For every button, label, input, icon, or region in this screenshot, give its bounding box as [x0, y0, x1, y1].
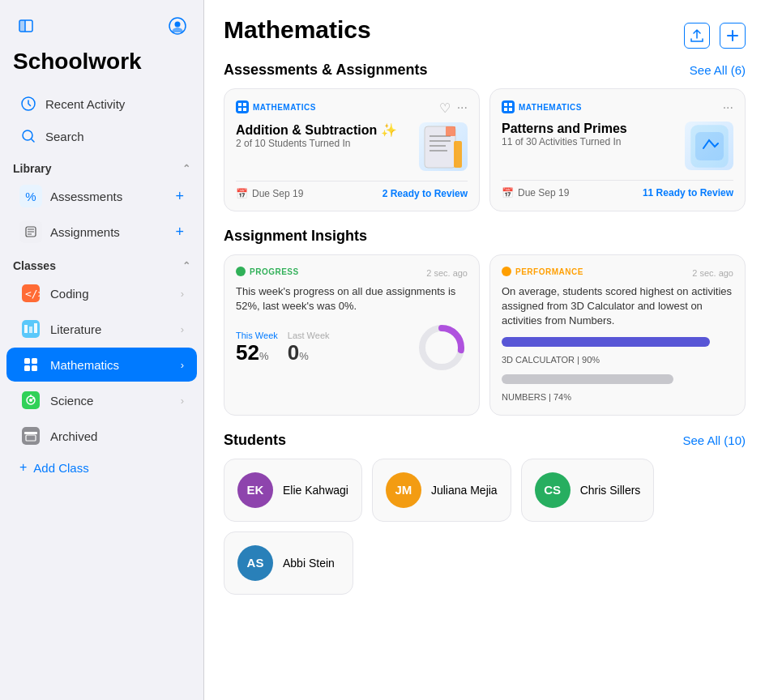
- more-options-icon[interactable]: ···: [457, 100, 468, 116]
- archived-icon: [19, 425, 42, 447]
- svg-rect-27: [22, 427, 40, 445]
- student-name-2: Chris Sillers: [580, 484, 641, 497]
- svg-point-4: [175, 22, 181, 28]
- add-assignment-button[interactable]: +: [175, 224, 184, 241]
- svg-rect-16: [34, 323, 37, 333]
- student-avatar-0: EK: [237, 472, 273, 508]
- sidebar-item-archived[interactable]: Archived: [6, 419, 197, 453]
- svg-rect-20: [24, 365, 30, 371]
- progress-time: 2 sec. ago: [426, 268, 468, 278]
- assessments-section-header-row: Assessments & Assignments See All (6): [224, 62, 746, 79]
- svg-rect-39: [446, 126, 455, 136]
- classes-chevron-icon[interactable]: ⌃: [182, 260, 190, 271]
- mathematics-icon: [19, 353, 42, 376]
- clock-icon: [19, 95, 37, 113]
- card-subtitle-1: 11 of 30 Activities Turned In: [502, 136, 627, 147]
- assessments-see-all-link[interactable]: See All (6): [690, 63, 746, 77]
- assessments-label: Assessments: [50, 190, 122, 203]
- student-avatar-1: JM: [386, 472, 421, 508]
- calendar-icon: 📅: [236, 188, 248, 199]
- card-actions-1: ···: [723, 100, 733, 115]
- coding-label: Coding: [50, 287, 89, 301]
- performance-text: On average, students scored highest on a…: [502, 284, 733, 329]
- bar-row-numbers: [502, 374, 733, 384]
- card-review-1[interactable]: 11 Ready to Review: [643, 187, 733, 198]
- recent-activity-label: Recent Activity: [45, 97, 125, 111]
- insight-card-progress: PROGRESS 2 sec. ago This week's progress…: [224, 254, 480, 416]
- student-name-3: Abbi Stein: [283, 557, 335, 570]
- last-week-stat: Last Week 0%: [288, 331, 330, 365]
- sidebar-item-coding[interactable]: </> Coding ›: [6, 276, 197, 310]
- card-thumbnail-0: [419, 122, 468, 171]
- more-options-icon-1[interactable]: ···: [723, 100, 733, 115]
- sidebar-item-science[interactable]: Science ›: [6, 383, 197, 417]
- card-subject-badge-0: MATHEMATICS: [236, 100, 316, 113]
- svg-rect-32: [238, 108, 241, 111]
- add-class-button[interactable]: + Add Class: [0, 454, 203, 481]
- assignment-card-0[interactable]: MATHEMATICS ♡ ··· Addition & Subtraction…: [224, 88, 480, 211]
- progress-dot-icon: [236, 267, 246, 276]
- svg-rect-31: [243, 103, 246, 106]
- export-button[interactable]: [684, 23, 710, 49]
- card-review-0[interactable]: 2 Ready to Review: [382, 188, 468, 199]
- svg-rect-14: [24, 325, 28, 333]
- svg-point-6: [23, 130, 32, 140]
- assignment-cards-grid: MATHEMATICS ♡ ··· Addition & Subtraction…: [224, 88, 746, 211]
- sidebar-item-mathematics[interactable]: Mathematics ›: [6, 348, 197, 382]
- student-name-0: Elie Kahwagi: [283, 484, 348, 497]
- archived-label: Archived: [50, 429, 97, 443]
- performance-bar-chart: 3D CALCULATOR | 90% NUMBERS | 74%: [502, 337, 733, 403]
- svg-rect-21: [32, 365, 37, 371]
- student-card-2[interactable]: CS Chris Sillers: [521, 459, 655, 522]
- library-chevron-icon[interactable]: ⌃: [182, 163, 190, 174]
- add-assessment-button[interactable]: +: [175, 188, 184, 205]
- subject-icon-1: [502, 100, 515, 113]
- progress-badge: PROGRESS: [236, 267, 299, 276]
- students-section-header-row: Students See All (10): [224, 432, 746, 449]
- sidebar-item-literature[interactable]: Literature ›: [6, 312, 197, 346]
- progress-text: This week's progress on all due assignme…: [236, 284, 468, 314]
- insights-grid: PROGRESS 2 sec. ago This week's progress…: [224, 254, 746, 416]
- heart-icon[interactable]: ♡: [439, 100, 451, 116]
- add-button[interactable]: [720, 23, 746, 49]
- donut-chart: [416, 322, 468, 373]
- sidebar-toggle-button[interactable]: [13, 13, 39, 39]
- coding-chevron-icon: ›: [181, 288, 184, 300]
- student-avatar-3: AS: [237, 545, 273, 581]
- classes-section-header: Classes ⌃: [0, 250, 203, 275]
- students-section-label: Students: [224, 432, 286, 449]
- svg-rect-0: [19, 20, 25, 32]
- bar-label-3d-calc: 3D CALCULATOR | 90%: [502, 355, 600, 365]
- assignments-icon: [19, 220, 42, 243]
- sidebar-item-recent-activity[interactable]: Recent Activity: [6, 88, 197, 119]
- assignment-card-1[interactable]: MATHEMATICS ··· Patterns and Primes 11 o…: [489, 88, 746, 211]
- literature-chevron-icon: ›: [181, 323, 184, 335]
- library-section-header: Library ⌃: [0, 152, 203, 178]
- profile-button[interactable]: [165, 13, 190, 39]
- add-class-plus-icon: +: [19, 460, 27, 475]
- sidebar-item-assessments[interactable]: % Assessments +: [6, 179, 197, 213]
- student-card-3[interactable]: AS Abbi Stein: [224, 531, 353, 595]
- svg-rect-18: [24, 358, 30, 364]
- student-card-0[interactable]: EK Elie Kahwagi: [224, 459, 362, 522]
- sidebar-item-search[interactable]: Search: [6, 121, 197, 152]
- card-subtitle-0: 2 of 10 Students Turned In: [236, 138, 397, 149]
- sidebar-item-assignments[interactable]: Assignments +: [6, 215, 197, 249]
- this-week-stat: This Week 52%: [236, 331, 278, 365]
- performance-dot-icon: [502, 267, 511, 276]
- student-name-1: Juliana Mejia: [431, 484, 498, 497]
- svg-rect-17: [22, 356, 40, 373]
- student-card-1[interactable]: JM Juliana Mejia: [372, 459, 511, 522]
- svg-rect-40: [454, 141, 462, 168]
- calendar-icon-1: 📅: [502, 187, 514, 198]
- assessments-section-label: Assessments & Assignments: [224, 62, 427, 79]
- bar-fill-3d-calc: [502, 337, 710, 347]
- svg-rect-15: [29, 327, 32, 333]
- bar-row-3d-calc: [502, 337, 733, 347]
- student-avatar-2: CS: [535, 472, 571, 508]
- svg-text:</>: </>: [25, 288, 40, 300]
- card-due-1: 📅 Due Sep 19: [502, 187, 569, 198]
- students-see-all-link[interactable]: See All (10): [682, 433, 746, 447]
- svg-rect-33: [243, 108, 246, 111]
- insights-section-header-row: Assignment Insights: [224, 228, 746, 245]
